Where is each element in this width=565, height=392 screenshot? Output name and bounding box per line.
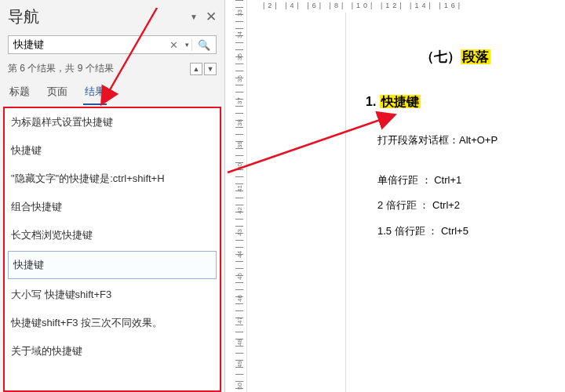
ruler-mark: 36 (236, 72, 243, 86)
search-dropdown-icon[interactable]: ▾ (183, 41, 191, 49)
paragraph: 1.5 倍行距 ： Ctrl+5 (377, 219, 565, 245)
result-item[interactable]: "隐藏文字"的快捷键是:ctrl+shift+H (5, 165, 220, 193)
paragraph: 打开段落对话框：Alt+O+P (377, 128, 565, 154)
ruler-mark: 41 (236, 182, 243, 196)
panel-title: 导航 (8, 6, 190, 27)
ruler-mark: 44 (236, 248, 243, 262)
result-item[interactable]: 大小写 快捷键shift+F3 (5, 281, 220, 309)
results-list: 为标题样式设置快捷键 快捷键 "隐藏文字"的快捷键是:ctrl+shift+H … (3, 107, 221, 392)
tab-pages[interactable]: 页面 (46, 82, 69, 105)
heading-number: 1. (366, 95, 380, 108)
body-text: 打开段落对话框：Alt+O+P 单倍行距 ： Ctrl+1 2 倍行距 ： Ct… (377, 128, 565, 244)
search-icon[interactable]: 🔍 (191, 39, 216, 51)
result-item[interactable]: 组合快捷键 (5, 193, 220, 221)
paragraph: 单倍行距 ： Ctrl+1 (377, 168, 565, 194)
ruler-mark: 37 (236, 94, 243, 108)
panel-menu-icon[interactable]: ▼ (190, 13, 198, 21)
result-item[interactable]: 关于域的快捷键 (5, 337, 220, 365)
result-count: 第 6 个结果，共 9 个结果 (8, 62, 188, 75)
result-item[interactable]: 快捷键 (5, 136, 220, 165)
result-item[interactable]: 为标题样式设置快捷键 (5, 108, 220, 136)
ruler-mark: 48 (236, 336, 243, 350)
heading-highlight: 快捷键 (380, 95, 421, 108)
document-page: （七）段落 1. 快捷键 打开段落对话框：Alt+O+P 单倍行距 ： Ctrl… (345, 13, 565, 392)
tab-headings[interactable]: 标题 (8, 82, 31, 105)
ruler-mark: 40 (236, 160, 243, 174)
ruler-ticks: |2| |4| |6| |8| |10| |12| |14| |16| (263, 2, 565, 11)
ruler-mark: 35 (236, 50, 243, 64)
heading-prefix: （七） (421, 49, 461, 64)
section-heading: （七）段落 (346, 48, 565, 66)
result-item-selected[interactable]: 快捷键 (8, 251, 217, 279)
heading-highlight: 段落 (461, 49, 490, 64)
sub-heading: 1. 快捷键 (366, 94, 565, 111)
ruler-mark: 38 (236, 116, 243, 130)
result-item[interactable]: 快捷键shift+F3 按三次不同效果。 (5, 309, 220, 337)
ruler-mark: 34 (236, 28, 243, 42)
clear-icon[interactable]: ✕ (165, 39, 183, 51)
tab-results[interactable]: 结果 (83, 82, 107, 105)
ruler-mark: 49 (236, 358, 243, 372)
ruler-mark: 50 (236, 379, 243, 393)
search-input[interactable] (9, 39, 165, 51)
next-result-button[interactable]: ▼ (204, 63, 217, 75)
ruler-mark: 47 (236, 314, 243, 328)
ruler-mark: 45 (236, 270, 243, 284)
vertical-ruler: 33 34 35 36 37 38 39 40 41 42 43 44 45 4… (231, 0, 247, 392)
search-box: ✕ ▾ 🔍 (8, 35, 217, 54)
ruler-mark: 43 (236, 226, 243, 240)
horizontal-ruler: |2| |4| |6| |8| |10| |12| |14| |16| (255, 0, 565, 13)
navigation-panel: 导航 ▼ ✕ ✕ ▾ 🔍 第 6 个结果，共 9 个结果 ▲ ▼ 标题 页面 结… (0, 0, 225, 392)
paragraph: 2 倍行距 ： Ctrl+2 (377, 193, 565, 219)
nav-tabs: 标题 页面 结果 (0, 82, 224, 105)
ruler-mark: 39 (236, 138, 243, 152)
ruler-mark: 46 (236, 292, 243, 306)
ruler-mark: 42 (236, 204, 243, 218)
prev-result-button[interactable]: ▲ (190, 63, 202, 75)
ruler-mark: 33 (236, 6, 243, 20)
close-icon[interactable]: ✕ (206, 9, 217, 25)
result-item[interactable]: 长文档浏览快捷键 (5, 221, 220, 249)
